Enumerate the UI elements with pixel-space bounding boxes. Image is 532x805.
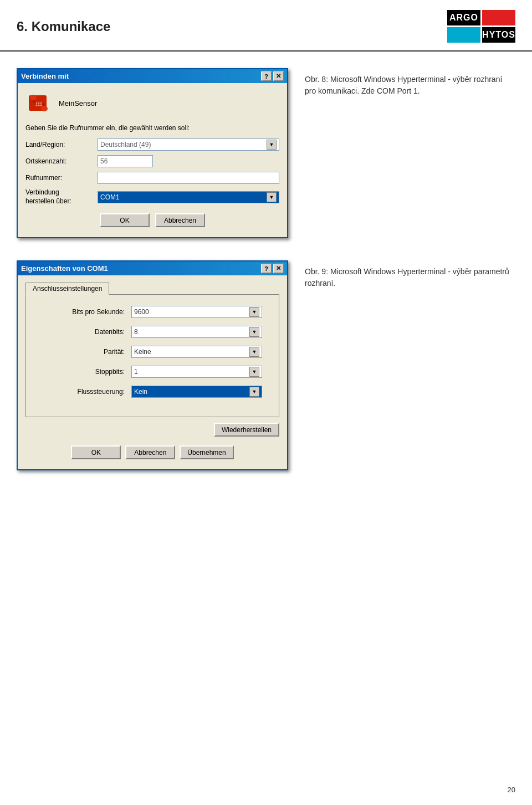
form-row-land: Land/Region: Deutschland (49) ▼ [25, 139, 279, 151]
verbinden-body: MeinSensor Geben Sie die Rufnummer ein, … [18, 83, 287, 237]
phone-area: MeinSensor [25, 90, 279, 116]
drei-buttons: OK Abbrechen Übernehmen [25, 442, 279, 463]
phone-name: MeinSensor [59, 99, 97, 107]
tab-anschluss[interactable]: Anschlusseinstellungen [25, 283, 109, 295]
page-number: 20 [508, 786, 515, 794]
main-content: Verbinden mit ? ✕ [0, 52, 532, 487]
land-label: Land/Region: [25, 141, 98, 148]
form-row-rufnum: Rufnummer: [25, 172, 279, 184]
rufnum-input[interactable] [98, 172, 279, 184]
svg-point-8 [40, 105, 42, 106]
settings-row-datenbits: Datenbits: 8 ▼ [43, 326, 262, 338]
paritaet-select[interactable]: Keine ▼ [131, 346, 262, 358]
bits-value: 9600 [134, 308, 149, 316]
section2-figure-text: Obr. 9: Microsoft Windows Hyperterminal … [305, 267, 509, 288]
ortsken-input[interactable] [98, 155, 153, 167]
bits-select[interactable]: 9600 ▼ [131, 306, 262, 318]
datenbits-label: Datenbits: [43, 328, 131, 336]
verbinden-titlebar: Verbinden mit ? ✕ [18, 69, 287, 83]
fluss-label: Flusssteuerung: [43, 388, 131, 396]
verbinden-buttons: OK Abbrechen [25, 213, 279, 230]
eig-titlebar-buttons: ? ✕ [261, 264, 284, 273]
settings-box: Bits pro Sekunde: 9600 ▼ Datenbits: 8 [25, 294, 279, 417]
stoppbits-label: Stoppbits: [43, 368, 131, 376]
phone-svg [25, 90, 52, 116]
section1: Verbinden mit ? ✕ [17, 68, 515, 238]
verbinden-dialog: Verbinden mit ? ✕ [17, 68, 288, 238]
eigenschaften-titlebar: Eigenschaften von COM1 ? ✕ [18, 262, 287, 275]
section2-screenshot: Eigenschaften von COM1 ? ✕ Anschlusseins… [17, 260, 288, 470]
svg-point-6 [36, 105, 38, 106]
logo: ARGO HYTOS [447, 10, 515, 43]
form-instruction: Geben Sie die Rufnummer ein, die gewählt… [25, 124, 279, 132]
eigenschaften-title: Eigenschaften von COM1 [21, 264, 108, 273]
tab-anschluss-label: Anschlusseinstellungen [33, 285, 102, 293]
svg-point-7 [38, 105, 40, 106]
section1-caption: Obr. 8: Microsoft Windows Hyperterminal … [305, 68, 515, 97]
close-button[interactable]: ✕ [273, 71, 284, 81]
paritaet-arrow: ▼ [249, 347, 259, 357]
wiederherstellen-area: Wiederherstellen [25, 423, 279, 437]
page-title: 6. Komunikace [17, 19, 110, 34]
logo-red-block [482, 10, 515, 25]
uebernehmen-button[interactable]: Übernehmen [180, 445, 233, 459]
verbindung-select[interactable]: COM1 ▼ [98, 191, 279, 203]
logo-cyan-block [447, 27, 480, 43]
section1-figure-text: Obr. 8: Microsoft Windows Hyperterminal … [305, 75, 502, 95]
fluss-value: Kein [134, 388, 147, 396]
paritaet-label: Parität: [43, 348, 131, 356]
settings-row-bits: Bits pro Sekunde: 9600 ▼ [43, 306, 262, 318]
settings-row-fluss: Flusssteuerung: Kein ▼ [43, 386, 262, 398]
land-select[interactable]: Deutschland (49) ▼ [98, 139, 279, 151]
form-row-ortsken: Ortskennzahl: [25, 155, 279, 167]
verbindung-arrow: ▼ [267, 192, 277, 202]
abbrechen-button-1[interactable]: Abbrechen [155, 213, 205, 227]
page-header: 6. Komunikace ARGO HYTOS [0, 0, 532, 52]
stoppbits-value: 1 [134, 368, 138, 376]
form-row-verbindung: Verbindungherstellen über: COM1 ▼ [25, 188, 279, 206]
verbindung-value: COM1 [100, 193, 120, 201]
ok-button-2[interactable]: OK [71, 445, 121, 459]
bits-label: Bits pro Sekunde: [43, 308, 131, 316]
help-button[interactable]: ? [261, 71, 272, 81]
verbinden-title: Verbinden mit [21, 72, 69, 80]
svg-point-1 [30, 95, 37, 100]
rufnum-label: Rufnummer: [25, 174, 98, 182]
phone-icon [25, 90, 52, 116]
verbindung-label: Verbindungherstellen über: [25, 188, 98, 206]
eigenschaften-body: Anschlusseinstellungen Bits pro Sekunde:… [18, 275, 287, 469]
datenbits-arrow: ▼ [249, 327, 259, 337]
logo-hytos: HYTOS [482, 27, 515, 43]
logo-argo: ARGO [447, 10, 480, 25]
ortsken-label: Ortskennzahl: [25, 157, 98, 165]
abbrechen-button-2[interactable]: Abbrechen [125, 445, 175, 459]
wiederherstellen-label: Wiederherstellen [222, 426, 272, 434]
eigenschaften-dialog: Eigenschaften von COM1 ? ✕ Anschlusseins… [17, 260, 288, 470]
land-value: Deutschland (49) [100, 141, 151, 148]
ok-button-1[interactable]: OK [100, 213, 150, 227]
titlebar-buttons: ? ✕ [261, 71, 284, 81]
svg-point-5 [40, 102, 42, 104]
section2-caption: Obr. 9: Microsoft Windows Hyperterminal … [305, 260, 515, 289]
bits-arrow: ▼ [249, 307, 259, 317]
svg-point-2 [41, 106, 48, 111]
stoppbits-select[interactable]: 1 ▼ [131, 366, 262, 378]
wiederherstellen-button[interactable]: Wiederherstellen [214, 423, 279, 437]
paritaet-value: Keine [134, 348, 151, 356]
eig-close-button[interactable]: ✕ [273, 264, 284, 273]
settings-row-stoppbits: Stoppbits: 1 ▼ [43, 366, 262, 378]
section1-screenshot: Verbinden mit ? ✕ [17, 68, 288, 238]
datenbits-select[interactable]: 8 ▼ [131, 326, 262, 338]
settings-row-paritaet: Parität: Keine ▼ [43, 346, 262, 358]
section2: Eigenschaften von COM1 ? ✕ Anschlusseins… [17, 260, 515, 470]
fluss-arrow: ▼ [249, 387, 259, 397]
logo-grid: ARGO HYTOS [447, 10, 515, 43]
svg-point-4 [38, 102, 40, 104]
svg-point-3 [36, 102, 38, 104]
tab-bar: Anschlusseinstellungen [25, 282, 279, 294]
datenbits-value: 8 [134, 328, 138, 336]
stoppbits-arrow: ▼ [249, 367, 259, 377]
eig-help-button[interactable]: ? [261, 264, 272, 273]
land-arrow: ▼ [267, 140, 277, 150]
fluss-select[interactable]: Kein ▼ [131, 386, 262, 398]
